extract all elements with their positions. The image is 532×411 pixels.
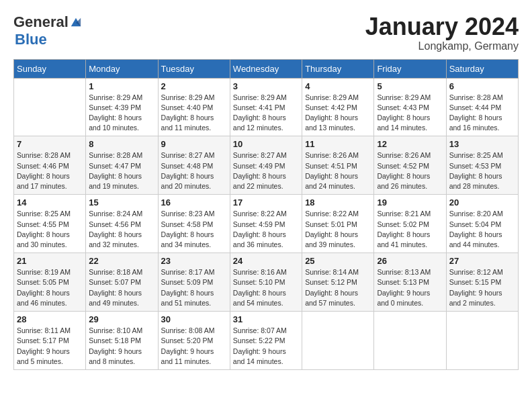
day-number: 18 <box>305 197 371 208</box>
day-info: Sunrise: 8:26 AM Sunset: 4:52 PM Dayligh… <box>377 150 443 191</box>
day-info: Sunrise: 8:16 AM Sunset: 5:10 PM Dayligh… <box>233 267 299 308</box>
col-header-saturday: Saturday <box>446 59 518 78</box>
day-info: Sunrise: 8:24 AM Sunset: 4:56 PM Dayligh… <box>89 209 154 250</box>
day-number: 7 <box>17 139 83 149</box>
calendar-cell: 26Sunrise: 8:13 AM Sunset: 5:13 PM Dayli… <box>374 253 446 312</box>
day-info: Sunrise: 8:10 AM Sunset: 5:18 PM Dayligh… <box>89 326 154 367</box>
logo-blue-text: Blue <box>15 31 47 48</box>
day-number: 1 <box>89 81 154 91</box>
calendar-cell: 3Sunrise: 8:29 AM Sunset: 4:41 PM Daylig… <box>230 78 302 136</box>
logo-general-text: General <box>13 13 69 31</box>
day-number: 12 <box>377 139 443 149</box>
day-info: Sunrise: 8:23 AM Sunset: 4:58 PM Dayligh… <box>161 209 227 250</box>
calendar-week-1: 1Sunrise: 8:29 AM Sunset: 4:39 PM Daylig… <box>14 78 519 136</box>
day-number: 19 <box>377 197 443 208</box>
calendar-cell: 19Sunrise: 8:21 AM Sunset: 5:02 PM Dayli… <box>374 195 446 253</box>
day-info: Sunrise: 8:29 AM Sunset: 4:43 PM Dayligh… <box>377 93 443 134</box>
calendar-cell: 11Sunrise: 8:26 AM Sunset: 4:51 PM Dayli… <box>302 136 374 195</box>
calendar-cell: 1Sunrise: 8:29 AM Sunset: 4:39 PM Daylig… <box>86 78 158 136</box>
calendar-cell: 24Sunrise: 8:16 AM Sunset: 5:10 PM Dayli… <box>230 253 302 312</box>
col-header-wednesday: Wednesday <box>230 59 302 78</box>
calendar-title: January 2024 <box>365 13 519 40</box>
title-block: January 2024 Longkamp, Germany <box>365 13 519 52</box>
col-header-tuesday: Tuesday <box>158 59 230 78</box>
calendar-cell: 31Sunrise: 8:07 AM Sunset: 5:22 PM Dayli… <box>230 312 302 370</box>
day-number: 17 <box>233 197 299 208</box>
day-info: Sunrise: 8:19 AM Sunset: 5:05 PM Dayligh… <box>17 267 83 308</box>
calendar-cell: 18Sunrise: 8:22 AM Sunset: 5:01 PM Dayli… <box>302 195 374 253</box>
calendar-cell: 17Sunrise: 8:22 AM Sunset: 4:59 PM Dayli… <box>230 195 302 253</box>
calendar-cell <box>446 312 518 370</box>
day-number: 10 <box>233 139 299 149</box>
day-info: Sunrise: 8:29 AM Sunset: 4:42 PM Dayligh… <box>305 93 371 134</box>
header-row: SundayMondayTuesdayWednesdayThursdayFrid… <box>14 59 519 78</box>
day-info: Sunrise: 8:20 AM Sunset: 5:04 PM Dayligh… <box>449 209 515 250</box>
day-info: Sunrise: 8:29 AM Sunset: 4:40 PM Dayligh… <box>161 93 227 134</box>
day-info: Sunrise: 8:25 AM Sunset: 4:55 PM Dayligh… <box>17 209 83 250</box>
day-number: 20 <box>449 197 515 208</box>
day-number: 26 <box>377 256 443 266</box>
calendar-cell: 12Sunrise: 8:26 AM Sunset: 4:52 PM Dayli… <box>374 136 446 195</box>
day-number: 13 <box>449 139 515 149</box>
day-info: Sunrise: 8:27 AM Sunset: 4:48 PM Dayligh… <box>161 150 227 191</box>
day-info: Sunrise: 8:22 AM Sunset: 4:59 PM Dayligh… <box>233 209 299 250</box>
page-header: General Blue January 2024 Longkamp, Germ… <box>13 13 519 52</box>
calendar-week-2: 7Sunrise: 8:28 AM Sunset: 4:46 PM Daylig… <box>14 136 519 195</box>
day-number: 8 <box>89 139 154 149</box>
calendar-week-5: 28Sunrise: 8:11 AM Sunset: 5:17 PM Dayli… <box>14 312 519 370</box>
day-number: 9 <box>161 139 227 149</box>
day-number: 31 <box>233 314 299 324</box>
day-info: Sunrise: 8:22 AM Sunset: 5:01 PM Dayligh… <box>305 209 371 250</box>
day-number: 24 <box>233 256 299 266</box>
day-info: Sunrise: 8:12 AM Sunset: 5:15 PM Dayligh… <box>449 267 515 308</box>
calendar-cell: 2Sunrise: 8:29 AM Sunset: 4:40 PM Daylig… <box>158 78 230 136</box>
calendar-cell: 6Sunrise: 8:28 AM Sunset: 4:44 PM Daylig… <box>446 78 518 136</box>
calendar-cell: 4Sunrise: 8:29 AM Sunset: 4:42 PM Daylig… <box>302 78 374 136</box>
day-info: Sunrise: 8:18 AM Sunset: 5:07 PM Dayligh… <box>89 267 154 308</box>
day-info: Sunrise: 8:13 AM Sunset: 5:13 PM Dayligh… <box>377 267 443 308</box>
day-info: Sunrise: 8:28 AM Sunset: 4:46 PM Dayligh… <box>17 150 83 191</box>
day-number: 14 <box>17 197 83 208</box>
day-info: Sunrise: 8:28 AM Sunset: 4:44 PM Dayligh… <box>449 93 515 134</box>
calendar-cell: 30Sunrise: 8:08 AM Sunset: 5:20 PM Dayli… <box>158 312 230 370</box>
day-number: 15 <box>89 197 154 208</box>
calendar-cell: 7Sunrise: 8:28 AM Sunset: 4:46 PM Daylig… <box>14 136 86 195</box>
day-info: Sunrise: 8:26 AM Sunset: 4:51 PM Dayligh… <box>305 150 371 191</box>
col-header-friday: Friday <box>374 59 446 78</box>
calendar-cell: 16Sunrise: 8:23 AM Sunset: 4:58 PM Dayli… <box>158 195 230 253</box>
day-info: Sunrise: 8:28 AM Sunset: 4:47 PM Dayligh… <box>89 150 154 191</box>
calendar-week-4: 21Sunrise: 8:19 AM Sunset: 5:05 PM Dayli… <box>14 253 519 312</box>
day-info: Sunrise: 8:29 AM Sunset: 4:39 PM Dayligh… <box>89 93 154 134</box>
day-number: 22 <box>89 256 154 266</box>
calendar-cell: 5Sunrise: 8:29 AM Sunset: 4:43 PM Daylig… <box>374 78 446 136</box>
day-info: Sunrise: 8:25 AM Sunset: 4:53 PM Dayligh… <box>449 150 515 191</box>
calendar-cell <box>14 78 86 136</box>
day-info: Sunrise: 8:08 AM Sunset: 5:20 PM Dayligh… <box>161 326 227 367</box>
day-number: 16 <box>161 197 227 208</box>
calendar-cell: 14Sunrise: 8:25 AM Sunset: 4:55 PM Dayli… <box>14 195 86 253</box>
calendar-cell: 10Sunrise: 8:27 AM Sunset: 4:49 PM Dayli… <box>230 136 302 195</box>
day-info: Sunrise: 8:21 AM Sunset: 5:02 PM Dayligh… <box>377 209 443 250</box>
calendar-week-3: 14Sunrise: 8:25 AM Sunset: 4:55 PM Dayli… <box>14 195 519 253</box>
calendar-cell <box>302 312 374 370</box>
col-header-thursday: Thursday <box>302 59 374 78</box>
day-number: 11 <box>305 139 371 149</box>
day-number: 25 <box>305 256 371 266</box>
day-info: Sunrise: 8:14 AM Sunset: 5:12 PM Dayligh… <box>305 267 371 308</box>
col-header-monday: Monday <box>86 59 158 78</box>
calendar-cell: 8Sunrise: 8:28 AM Sunset: 4:47 PM Daylig… <box>86 136 158 195</box>
day-info: Sunrise: 8:07 AM Sunset: 5:22 PM Dayligh… <box>233 326 299 367</box>
day-number: 2 <box>161 81 227 91</box>
day-number: 6 <box>449 81 515 91</box>
calendar-cell: 13Sunrise: 8:25 AM Sunset: 4:53 PM Dayli… <box>446 136 518 195</box>
day-number: 21 <box>17 256 83 266</box>
calendar-cell: 9Sunrise: 8:27 AM Sunset: 4:48 PM Daylig… <box>158 136 230 195</box>
day-number: 28 <box>17 314 83 324</box>
day-number: 27 <box>449 256 515 266</box>
day-number: 29 <box>89 314 154 324</box>
calendar-cell: 29Sunrise: 8:10 AM Sunset: 5:18 PM Dayli… <box>86 312 158 370</box>
logo: General Blue <box>13 13 82 48</box>
day-info: Sunrise: 8:11 AM Sunset: 5:17 PM Dayligh… <box>17 326 83 367</box>
day-info: Sunrise: 8:17 AM Sunset: 5:09 PM Dayligh… <box>161 267 227 308</box>
day-number: 23 <box>161 256 227 266</box>
